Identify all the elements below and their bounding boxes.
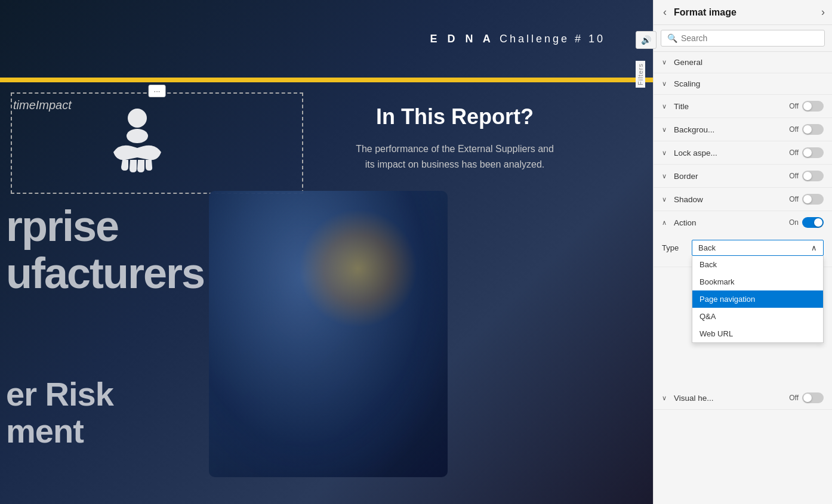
accordion-header-general[interactable]: ∨ General [654,52,832,73]
toggle-thumb-border [803,172,812,180]
accordion-header-scaling[interactable]: ∨ Scaling [654,73,832,94]
accordion-label-action: Action [674,218,785,227]
svg-point-0 [128,109,147,128]
toggle-container-action: On [789,217,824,228]
toggle-thumb-visual-he [803,394,812,402]
toggle-label-border: Off [789,172,799,180]
chevron-up-icon: ∧ [811,243,817,252]
toggle-action[interactable] [802,217,824,228]
toggle-thumb-shadow [803,195,812,203]
chevron-background: ∨ [662,126,670,134]
dropdown-selected-value: Back [698,243,716,252]
accordion-label-background: Backgrou... [674,125,785,134]
toggle-label-background: Off [789,125,799,134]
toggle-background[interactable] [802,124,824,135]
chevron-general: ∨ [662,58,670,66]
search-container: 🔍 [654,25,832,52]
toggle-visual-he[interactable] [802,392,824,403]
toggle-thumb-action [814,218,822,227]
chevron-shadow: ∨ [662,196,670,203]
toggle-container-title: Off [789,101,824,112]
report-section: In This Report? The performance of the E… [275,104,635,172]
toggle-border[interactable] [802,171,824,181]
accordion-header-visual-he[interactable]: ∨ Visual he... Off [654,386,832,409]
report-description: The performance of the External Supplier… [275,141,635,172]
report-title: In This Report? [275,104,635,129]
toggle-label-title: Off [789,102,799,110]
toggle-label-visual-he: Off [789,394,799,402]
search-box: 🔍 [661,30,825,47]
panel-content: ∨ General ∨ Scaling ∨ Title Off [654,52,832,504]
type-label: Type [662,243,686,252]
panel-forward-button[interactable]: › [821,6,825,18]
search-icon: 🔍 [667,33,677,43]
chevron-scaling: ∨ [662,80,670,88]
bg-risk-text: er Riskment [6,376,113,449]
accordion-label-general: General [674,58,824,67]
yellow-accent-bar [0,78,653,82]
accordion-general: ∨ General [654,52,832,73]
right-panel: ‹ Format image › 🔊 Filters 🔍 ∨ General ∨… [653,0,832,504]
accordion-label-border: Border [674,172,785,181]
accordion-label-title: Title [674,102,785,111]
accordion-header-lock-aspect[interactable]: ∨ Lock aspe... Off [654,141,832,164]
dropdown-button[interactable]: Back ∧ [692,240,824,256]
accordion-background: ∨ Backgrou... Off [654,118,832,141]
accordion-header-border[interactable]: ∨ Border Off [654,165,832,187]
search-input[interactable] [681,33,818,43]
canvas-area: E D N A Challenge # 10 ··· timeImpact In… [0,0,653,504]
toggle-label-lock-aspect: Off [789,149,799,157]
speaker-icon[interactable]: 🔊 [636,31,657,49]
toggle-shadow[interactable] [802,194,824,205]
accordion-label-lock-aspect: Lock aspe... [674,149,785,157]
accordion-header-action[interactable]: ∧ Action On [654,211,832,234]
toggle-thumb-lock-aspect [803,149,812,157]
accordion-label-shadow: Shadow [674,195,785,204]
toggle-container-visual-he: Off [789,392,824,403]
toggle-label-action: On [789,218,799,227]
svg-point-1 [127,129,148,143]
hand-person-icon [98,107,176,179]
accordion-border: ∨ Border Off [654,165,832,188]
panel-title: Format image [674,7,816,18]
dropdown-option-page-navigation[interactable]: Page navigation [692,290,823,308]
chevron-visual-he: ∨ [662,394,670,402]
accordion-header-shadow[interactable]: ∨ Shadow Off [654,188,832,211]
panel-back-button[interactable]: ‹ [661,5,669,20]
spark-effect [298,209,418,328]
panel-header: ‹ Format image › [654,0,832,25]
accordion-scaling: ∨ Scaling [654,73,832,95]
accordion-shadow: ∨ Shadow Off [654,188,832,211]
chevron-border: ∨ [662,172,670,180]
accordion-label-visual-he: Visual he... [674,394,785,403]
type-row: Type Back ∧ Back Bookmark Page navigatio… [662,240,824,256]
dropdown-option-qa[interactable]: Q&A [692,308,823,325]
dropdown-option-bookmark[interactable]: Bookmark [692,273,823,290]
dropdown-option-back[interactable]: Back [692,256,823,273]
dropdown-list: Back Bookmark Page navigation Q&A Web UR… [692,256,824,343]
chevron-action: ∧ [662,219,670,227]
toggle-lock-aspect[interactable] [802,147,824,158]
toggle-title[interactable] [802,101,824,112]
edna-title: E D N A Challenge # 10 [430,33,605,45]
accordion-header-title[interactable]: ∨ Title Off [654,95,832,118]
toggle-container-border: Off [789,171,824,181]
dropdown-option-web-url[interactable]: Web URL [692,325,823,342]
action-content: Type Back ∧ Back Bookmark Page navigatio… [654,234,832,267]
icon-area [48,92,227,194]
dropdown-container: Back ∧ Back Bookmark Page navigation Q&A… [692,240,824,256]
toggle-label-shadow: Off [789,195,799,203]
accordion-title: ∨ Title Off [654,95,832,118]
accordion-visual-he: ∨ Visual he... Off [654,386,832,410]
toggle-container-background: Off [789,124,824,135]
bg-enterprise-text: rpriseufacturers [6,203,204,297]
chevron-lock-aspect: ∨ [662,149,670,157]
chevron-title: ∨ [662,103,670,110]
accordion-header-background[interactable]: ∨ Backgrou... Off [654,118,832,141]
accordion-action: ∧ Action On Type Back ∧ [654,211,832,267]
toggle-thumb-title [803,102,812,110]
toggle-container-shadow: Off [789,194,824,205]
accordion-lock-aspect: ∨ Lock aspe... Off [654,141,832,165]
toggle-container-lock-aspect: Off [789,147,824,158]
filters-label: Filters [636,61,645,88]
